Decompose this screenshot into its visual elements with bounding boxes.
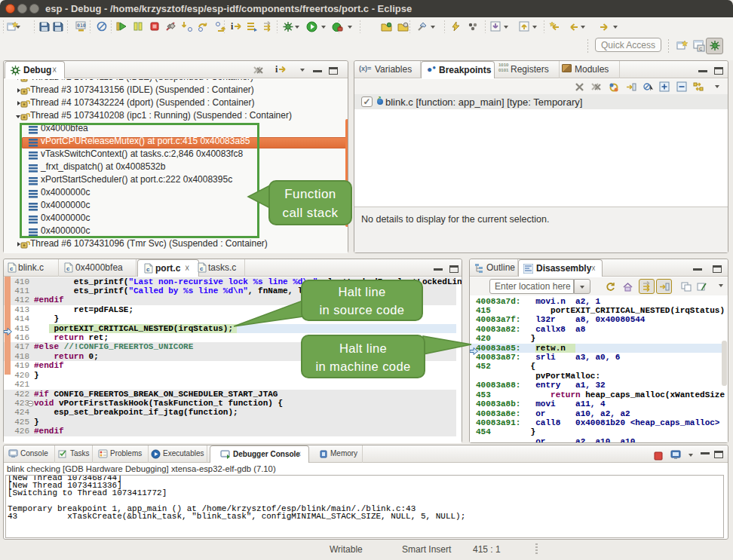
- svg-text:c: c: [200, 265, 204, 272]
- svg-text:c: c: [10, 265, 14, 272]
- svg-text:010: 010: [77, 23, 86, 29]
- svg-text:i: i: [231, 21, 234, 32]
- svg-text:i: i: [275, 64, 278, 75]
- svg-text:c: c: [66, 265, 70, 272]
- svg-text:c: c: [146, 266, 150, 273]
- svg-text:C: C: [699, 47, 703, 51]
